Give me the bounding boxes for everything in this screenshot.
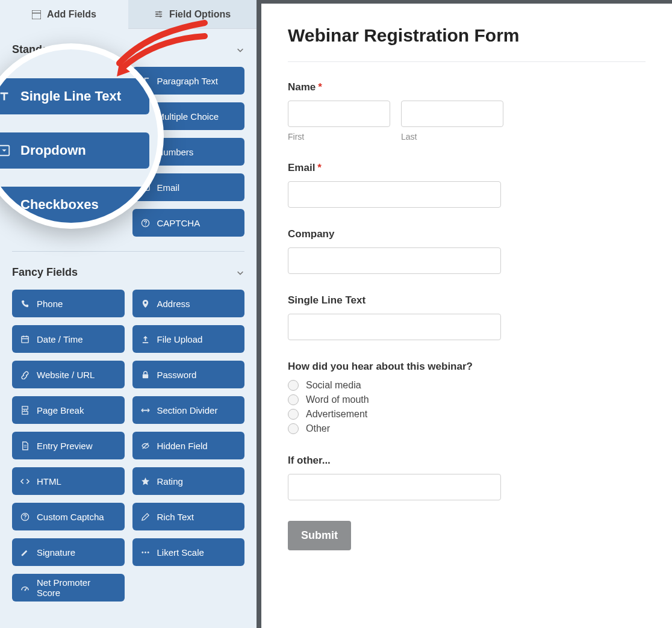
svg-point-30 (25, 518, 26, 520)
field-html[interactable]: HTML (12, 467, 125, 495)
company-input[interactable] (288, 247, 501, 274)
zoom-label: Checkboxes (20, 197, 99, 213)
field-entry-preview[interactable]: Entry Preview (12, 432, 125, 459)
field-label: Website / URL (37, 370, 95, 380)
caret-square-icon (0, 144, 11, 157)
preview-wrap: Webinar Registration Form Name* First La… (261, 0, 672, 628)
single-line-label: Single Line Text (288, 294, 646, 306)
field-custom-captcha[interactable]: Custom Captcha (12, 503, 125, 530)
radio-social[interactable]: Social media (288, 380, 646, 391)
field-email-group: Email* (288, 162, 646, 208)
field-website[interactable]: Website / URL (12, 361, 125, 388)
field-rating[interactable]: Rating (132, 467, 245, 495)
form-title: Webinar Registration Form (288, 25, 646, 46)
calendar-icon (20, 335, 30, 344)
form-preview: Webinar Registration Form Name* First La… (261, 4, 672, 628)
field-label: Custom Captcha (37, 512, 104, 522)
required-asterisk: * (318, 81, 322, 93)
tab-label: Add Fields (47, 9, 96, 20)
field-section-divider[interactable]: Section Divider (132, 396, 245, 424)
field-label: Paragraph Text (157, 76, 218, 86)
field-label: Phone (37, 299, 63, 309)
svg-point-33 (147, 552, 149, 553)
code-icon (20, 477, 30, 486)
section-header-fancy[interactable]: Fancy Fields (12, 252, 244, 290)
svg-point-16 (145, 225, 146, 226)
single-line-input[interactable] (288, 314, 501, 340)
svg-point-6 (156, 13, 158, 15)
field-rich-text[interactable]: Rich Text (132, 503, 245, 530)
if-other-label: If other... (288, 455, 646, 467)
label-text: Email (288, 162, 315, 173)
field-label: Entry Preview (37, 441, 93, 451)
svg-rect-17 (22, 336, 28, 342)
zoom-label: Single Line Text (20, 89, 121, 104)
zoom-label: Dropdown (20, 143, 86, 158)
field-label: CAPTCHA (157, 218, 201, 228)
text-icon (0, 90, 11, 103)
field-likert[interactable]: Likert Scale (132, 538, 245, 566)
file-icon (20, 441, 30, 450)
layout-icon (32, 10, 41, 19)
field-address[interactable]: Address (132, 290, 245, 317)
chevron-down-icon (236, 269, 244, 277)
field-signature[interactable]: Signature (12, 538, 125, 566)
field-hear-group: How did you hear about this webinar? Soc… (288, 361, 646, 434)
radio-icon (288, 380, 299, 391)
submit-button[interactable]: Submit (288, 521, 351, 550)
tab-field-options[interactable]: Field Options (128, 0, 257, 29)
link-icon (20, 370, 30, 379)
radio-label: Other (306, 423, 330, 434)
zoom-single-line-text[interactable]: Single Line Text (0, 78, 149, 114)
field-label: Address (157, 299, 190, 309)
field-single-line-group: Single Line Text (288, 294, 646, 340)
field-datetime[interactable]: Date / Time (12, 325, 125, 353)
company-label: Company (288, 228, 646, 240)
field-label: Password (157, 370, 197, 380)
field-label: Multiple Choice (157, 111, 219, 122)
pagebreak-icon (20, 406, 30, 415)
if-other-input[interactable] (288, 474, 501, 500)
last-sublabel: Last (401, 132, 503, 141)
svg-point-35 (24, 589, 25, 591)
fancy-fields-grid: Phone Address Date / Time File Upload We… (12, 290, 244, 602)
section-title: Fancy Fields (12, 266, 78, 279)
divider-icon (141, 406, 150, 415)
field-phone[interactable]: Phone (12, 290, 125, 317)
question-icon (141, 219, 150, 228)
svg-point-5 (159, 11, 161, 13)
tab-add-fields[interactable]: Add Fields (0, 0, 128, 29)
field-company-group: Company (288, 228, 646, 274)
field-nps[interactable]: Net Promoter Score (12, 574, 125, 602)
radio-other[interactable]: Other (288, 423, 646, 434)
field-captcha[interactable]: CAPTCHA (132, 209, 245, 237)
pencil-icon (20, 548, 30, 557)
fancy-fields-section: Fancy Fields Phone Address Date / Time F… (0, 252, 257, 602)
field-password[interactable]: Password (132, 361, 245, 388)
dots-icon (141, 548, 150, 557)
svg-rect-22 (22, 406, 28, 409)
field-if-other-group: If other... (288, 455, 646, 500)
field-label: File Upload (157, 334, 203, 344)
eye-off-icon (141, 441, 150, 450)
field-name: Name* First Last (288, 81, 646, 141)
radio-word[interactable]: Word of mouth (288, 394, 646, 405)
zoom-dropdown[interactable]: Dropdown (0, 132, 149, 169)
email-label: Email* (288, 162, 646, 174)
sidebar: Add Fields Field Options Standard Fields… (0, 0, 261, 628)
field-file-upload[interactable]: File Upload (132, 325, 245, 353)
first-name-input[interactable] (288, 101, 390, 127)
first-sublabel: First (288, 132, 390, 141)
field-hidden-field[interactable]: Hidden Field (132, 432, 245, 459)
field-page-break[interactable]: Page Break (12, 396, 125, 424)
name-label: Name* (288, 81, 646, 93)
panel-tabs: Add Fields Field Options (0, 0, 257, 29)
gauge-icon (20, 583, 30, 592)
radio-ad[interactable]: Advertisement (288, 409, 646, 420)
last-name-input[interactable] (401, 101, 503, 127)
label-text: Name (288, 81, 316, 93)
field-label: Hidden Field (157, 441, 208, 451)
sliders-icon (154, 10, 163, 19)
question-icon (20, 512, 30, 521)
email-input[interactable] (288, 181, 501, 208)
